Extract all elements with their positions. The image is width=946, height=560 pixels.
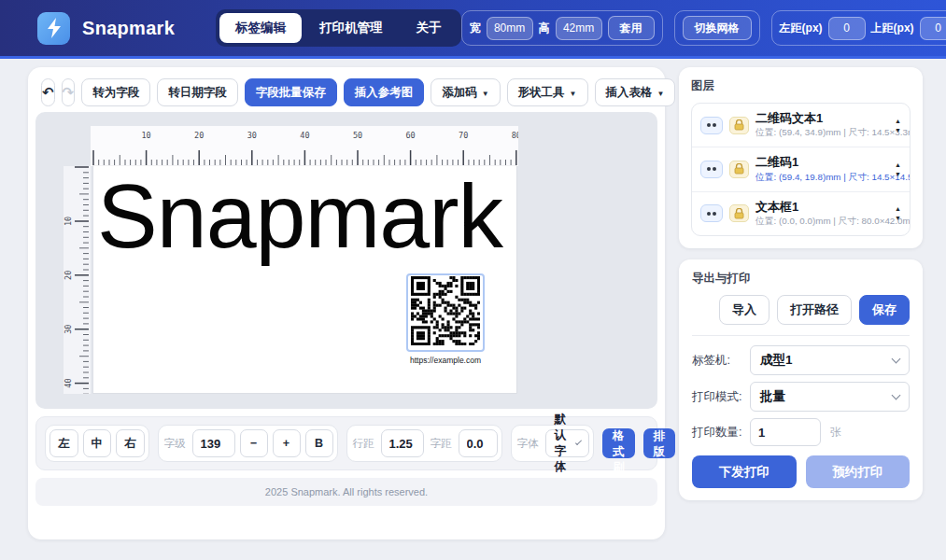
- font-size-group: 字级 − + B: [158, 425, 338, 462]
- move-layer-down-icon[interactable]: ▼: [895, 127, 901, 133]
- redo-button[interactable]: ↷: [62, 78, 76, 106]
- font-family-value: 默认字体: [555, 412, 571, 475]
- letter-spacing-input[interactable]: [459, 429, 498, 457]
- letter-spacing-label: 字距: [431, 437, 452, 451]
- svg-text:30: 30: [64, 325, 73, 334]
- layer-name: 文本框1: [755, 200, 888, 215]
- printer-value: 成型1: [760, 352, 793, 369]
- vertical-ruler: 10203040: [64, 166, 91, 394]
- label-sheet[interactable]: Snapmark https://example.com: [93, 166, 516, 393]
- layers-panel-title: 图层: [691, 78, 911, 94]
- open-path-button[interactable]: 打开路径: [777, 295, 852, 325]
- svg-text:40: 40: [64, 378, 73, 387]
- footer: 2025 Snapmark. All rights reserved.: [35, 478, 657, 506]
- move-layer-down-icon[interactable]: ▼: [895, 215, 901, 221]
- align-right-button[interactable]: 右: [116, 429, 145, 457]
- move-layer-up-icon[interactable]: ▲: [895, 118, 901, 124]
- tab-printer-management[interactable]: 打印机管理: [304, 13, 399, 43]
- qr-code-element[interactable]: [406, 273, 485, 352]
- chevron-down-icon: [892, 354, 901, 363]
- quantity-row: 打印数量: 张: [692, 418, 910, 446]
- width-input[interactable]: [487, 17, 533, 40]
- lock-toggle-icon[interactable]: [729, 117, 749, 134]
- format-brush-button[interactable]: 格式刷: [602, 428, 635, 458]
- visibility-toggle-icon[interactable]: [700, 161, 723, 178]
- insert-table-dropdown[interactable]: 插入表格 ▼: [595, 78, 676, 106]
- caret-down-icon: ▼: [570, 90, 577, 98]
- save-button[interactable]: 保存: [859, 295, 910, 325]
- left-offset-input[interactable]: [828, 17, 866, 40]
- width-label: 宽: [470, 21, 481, 36]
- layer-row-qr-text[interactable]: 二维码文本1 位置: (59.4, 34.9)mm | 尺寸: 14.5×3.3…: [692, 104, 910, 147]
- insert-reference-image-button[interactable]: 插入参考图: [344, 78, 425, 106]
- undo-button[interactable]: ↶: [41, 78, 55, 106]
- nav-tabs: 标签编辑 打印机管理 关于: [216, 9, 461, 47]
- line-height-input[interactable]: [381, 429, 424, 457]
- height-input[interactable]: [556, 17, 602, 40]
- move-layer-up-icon[interactable]: ▲: [895, 205, 901, 212]
- layer-name: 二维码文本1: [755, 111, 888, 126]
- font-size-input[interactable]: [192, 429, 235, 457]
- quantity-label: 打印数量:: [692, 425, 750, 441]
- align-left-button[interactable]: 左: [49, 429, 78, 457]
- layer-reorder: ▲ ▼: [895, 205, 901, 221]
- layer-meta: 位置: (59.4, 19.8)mm | 尺寸: 14.5×14.5mm: [755, 172, 888, 184]
- visibility-toggle-icon[interactable]: [700, 204, 723, 222]
- printer-select[interactable]: 成型1: [750, 345, 910, 375]
- font-size-label: 字级: [164, 437, 186, 451]
- top-offset-input[interactable]: [920, 17, 946, 40]
- app-logo: [37, 12, 70, 45]
- visibility-toggle-icon[interactable]: [700, 117, 723, 134]
- print-mode-row: 打印模式: 批量: [692, 382, 910, 412]
- divider: [692, 335, 910, 336]
- chevron-down-icon: [892, 390, 901, 399]
- undo-icon: ↶: [42, 84, 54, 101]
- layer-meta: 位置: (59.4, 34.9)mm | 尺寸: 14.5×3.3mm: [755, 127, 888, 139]
- svg-text:50: 50: [353, 131, 362, 140]
- redo-icon: ↷: [63, 84, 75, 101]
- shape-tools-dropdown[interactable]: 形状工具 ▼: [507, 78, 588, 106]
- lock-toggle-icon[interactable]: [729, 204, 749, 222]
- svg-text:10: 10: [64, 217, 73, 226]
- tab-label-editor[interactable]: 标签编辑: [219, 13, 302, 43]
- bold-button[interactable]: B: [305, 429, 333, 457]
- font-family-select[interactable]: 默认字体: [545, 429, 590, 457]
- design-canvas[interactable]: 1020304050607080 10203040 Snapmark https…: [35, 112, 657, 409]
- lock-toggle-icon[interactable]: [729, 161, 749, 178]
- print-mode-select[interactable]: 批量: [750, 382, 910, 412]
- qr-caption-text[interactable]: https://example.com: [402, 356, 489, 365]
- label-size-group: 宽 高 套用: [461, 10, 663, 46]
- layers-panel: 图层 二维码文本1 位置: (59.4, 34.9)mm | 尺寸: 14.5×…: [679, 67, 923, 248]
- move-layer-down-icon[interactable]: ▼: [895, 171, 901, 177]
- batch-save-fields-button[interactable]: 字段批量保存: [245, 78, 337, 106]
- move-layer-up-icon[interactable]: ▲: [895, 161, 901, 168]
- height-label: 高: [539, 21, 550, 36]
- layer-row-textbox[interactable]: 文本框1 位置: (0.0, 0.0)mm | 尺寸: 80.0×42.0mm …: [692, 191, 910, 235]
- layer-row-qr[interactable]: 二维码1 位置: (59.4, 19.8)mm | 尺寸: 14.5×14.5m…: [692, 147, 910, 190]
- tab-about[interactable]: 关于: [401, 13, 458, 43]
- editor-card: ↶ ↷ 转为字段 转日期字段 字段批量保存 插入参考图 添加码 ▼ 形状工具 ▼…: [28, 67, 665, 539]
- toggle-grid-button[interactable]: 切换网格: [683, 16, 752, 40]
- quantity-input[interactable]: [750, 418, 821, 446]
- import-button[interactable]: 导入: [719, 295, 770, 325]
- edit-toolbar: ↶ ↷ 转为字段 转日期字段 字段批量保存 插入参考图 添加码 ▼ 形状工具 ▼…: [41, 78, 657, 106]
- printer-row: 标签机: 成型1: [692, 345, 910, 375]
- size-apply-button[interactable]: 套用: [608, 16, 655, 40]
- label-text-element[interactable]: Snapmark: [97, 171, 502, 261]
- svg-text:60: 60: [405, 131, 415, 140]
- text-format-toolbar: 左 中 右 字级 − + B 行距 字距 字体 默认字体 格式刷 排版 删除 清…: [35, 416, 657, 470]
- add-code-label: 添加码: [442, 85, 477, 101]
- align-center-button[interactable]: 中: [83, 429, 112, 457]
- send-print-button[interactable]: 下发打印: [692, 455, 797, 488]
- schedule-print-button[interactable]: 预约打印: [806, 455, 911, 488]
- layer-name: 二维码1: [755, 155, 888, 170]
- add-code-dropdown[interactable]: 添加码 ▼: [431, 78, 500, 106]
- convert-to-field-button[interactable]: 转为字段: [81, 78, 150, 106]
- layout-button[interactable]: 排版: [643, 428, 676, 458]
- convert-to-date-field-button[interactable]: 转日期字段: [157, 78, 238, 106]
- svg-text:70: 70: [459, 131, 468, 140]
- export-print-title: 导出与打印: [692, 271, 910, 287]
- svg-text:30: 30: [247, 131, 257, 140]
- font-size-increase-button[interactable]: +: [273, 429, 301, 457]
- font-size-decrease-button[interactable]: −: [240, 429, 268, 457]
